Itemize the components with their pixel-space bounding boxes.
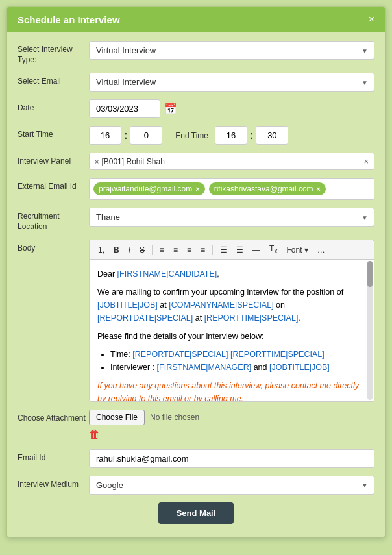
date-wrap: 📅 (89, 99, 374, 118)
date-row: Date 📅 (18, 99, 374, 118)
date-input[interactable] (89, 99, 160, 118)
toolbar-hr-btn[interactable]: — (249, 244, 263, 256)
panel-tag: × [B001] Rohit Shah (95, 157, 165, 166)
panel-tag-label: [B001] Rohit Shah (101, 157, 164, 166)
toolbar-divider-2 (212, 245, 213, 255)
interview-type-row: Select Interview Type: Virtual Interview… (18, 41, 374, 65)
email-tag-2-remove[interactable]: × (317, 185, 321, 193)
select-email-select[interactable]: Virtual Interview (89, 73, 374, 92)
modal-title: Schedule an Interview (18, 14, 120, 25)
toolbar-divider-1 (152, 245, 153, 255)
modal-body: Select Interview Type: Virtual Interview… (7, 32, 385, 537)
email-tag-1: prajwaitandule@gmail.com × (93, 182, 205, 195)
end-time-hour-input[interactable] (215, 126, 247, 145)
close-button[interactable]: × (369, 14, 374, 25)
body-line1: We are mailing to confirm your upcoming … (97, 286, 366, 325)
toolbar-more-btn[interactable]: … (314, 244, 328, 256)
schedule-interview-modal: Schedule an Interview × Select Interview… (6, 6, 386, 537)
time-row: Start Time : End Time : (18, 126, 374, 145)
toolbar-bold-btn[interactable]: B (110, 244, 123, 256)
recruitment-location-wrap: Thane (89, 208, 374, 227)
body-line2: Please find the details of your intervie… (97, 330, 366, 343)
scrollbar-track (367, 261, 373, 400)
body-list: Time: [REPORTDATE|SPECIAL] [REPORTTIME|S… (110, 348, 366, 374)
select-email-wrap: Virtual Interview (89, 73, 374, 92)
email-id-input[interactable] (89, 449, 374, 468)
toolbar-align-justify-btn[interactable]: ≡ (197, 244, 208, 256)
external-email-wrap: prajwaitandule@gmail.com × ritikashrivas… (89, 178, 374, 200)
select-email-label: Select Email (18, 73, 89, 87)
attachment-row: Choose Attachment Choose File No file ch… (18, 410, 374, 441)
toolbar-font-btn[interactable]: Font ▾ (283, 244, 311, 256)
recruitment-location-row: Recruitment Location Thane (18, 208, 374, 232)
email-tag-1-remove[interactable]: × (195, 185, 199, 193)
start-time-hour-input[interactable] (89, 126, 121, 145)
external-email-tags[interactable]: prajwaitandule@gmail.com × ritikashrivas… (89, 178, 374, 200)
interview-medium-select[interactable]: Google Zoom Teams Other (89, 476, 374, 495)
interview-medium-wrap: Google Zoom Teams Other (89, 476, 374, 495)
interview-panel-input[interactable]: × [B001] Rohit Shah × (89, 153, 374, 170)
panel-tag-remove[interactable]: × (95, 158, 99, 166)
email-id-label: Email Id (18, 449, 89, 463)
attachment-wrap: Choose File No file chosen (89, 410, 374, 425)
attachment-wrap-outer: Choose File No file chosen 🗑 (89, 410, 374, 441)
body-row: Body 1, B I S ≡ ≡ ≡ ≡ ☰ ☰ — Tx F (18, 240, 374, 401)
interview-panel-row: Interview Panel × [B001] Rohit Shah × (18, 153, 374, 170)
external-email-row: External Email Id prajwaitandule@gmail.c… (18, 178, 374, 200)
scrollbar-thumb[interactable] (367, 261, 373, 287)
panel-close-btn[interactable]: × (363, 156, 369, 166)
body-list-interviewer: Interviewer : [FIRSTNAME|MANAGER] and [J… (110, 361, 366, 374)
end-time-colon: : (250, 130, 253, 142)
body-orange-text: If you have any questions about this int… (97, 379, 366, 402)
select-email-row: Select Email Virtual Interview (18, 73, 374, 92)
send-mail-button[interactable]: Send Mail (158, 502, 234, 524)
body-greeting: Dear [FIRSTNAME|CANDIDATE], (97, 267, 366, 280)
toolbar-clear-btn[interactable]: Tx (266, 243, 280, 256)
toolbar-align-left-btn[interactable]: ≡ (156, 244, 167, 256)
toolbar-align-center-btn[interactable]: ≡ (170, 244, 181, 256)
start-time-label: Start Time (18, 126, 89, 140)
date-label: Date (18, 99, 89, 114)
interview-medium-label: Interview Medium (18, 476, 89, 490)
external-email-label: External Email Id (18, 178, 89, 192)
interview-type-label: Select Interview Type: (18, 41, 89, 65)
toolbar-italic-btn[interactable]: I (125, 244, 134, 256)
start-time-colon: : (124, 130, 127, 142)
email-tag-2: ritikashrivastava@gmail.com × (209, 182, 326, 195)
interview-medium-row: Interview Medium Google Zoom Teams Other (18, 476, 374, 495)
end-time-label: End Time (175, 131, 208, 140)
delete-attachment-icon[interactable]: 🗑 (89, 428, 374, 441)
toolbar-list2-btn[interactable]: ☰ (233, 244, 247, 256)
interview-type-select-wrap: Virtual Interview In-Person Interview Ph… (89, 41, 374, 60)
email-tag-2-text: ritikashrivastava@gmail.com (214, 184, 313, 193)
recruitment-location-label: Recruitment Location (18, 208, 89, 232)
interview-type-select[interactable]: Virtual Interview In-Person Interview Ph… (89, 41, 374, 60)
toolbar-strike-btn[interactable]: S (136, 244, 148, 256)
calendar-icon[interactable]: 📅 (164, 103, 177, 115)
body-wrap: 1, B I S ≡ ≡ ≡ ≡ ☰ ☰ — Tx Font ▾ … (89, 240, 374, 401)
email-tag-1-text: prajwaitandule@gmail.com (99, 184, 192, 193)
email-id-wrap (89, 449, 374, 468)
start-time-min-input[interactable] (130, 126, 162, 145)
toolbar-align-right-btn[interactable]: ≡ (184, 244, 195, 256)
body-toolbar: 1, B I S ≡ ≡ ≡ ≡ ☰ ☰ — Tx Font ▾ … (89, 240, 374, 258)
end-time-min-input[interactable] (256, 126, 288, 145)
interview-panel-wrap: × [B001] Rohit Shah × (89, 153, 374, 170)
body-label: Body (18, 240, 89, 254)
recruitment-location-select[interactable]: Thane (89, 208, 374, 227)
interview-panel-label: Interview Panel (18, 153, 89, 167)
email-id-row: Email Id (18, 449, 374, 468)
attachment-label: Choose Attachment (18, 410, 89, 424)
time-wrap: : End Time : (89, 126, 374, 145)
body-editor[interactable]: Dear [FIRSTNAME|CANDIDATE], We are maili… (89, 259, 374, 402)
no-file-text: No file chosen (150, 413, 199, 422)
choose-file-button[interactable]: Choose File (89, 410, 145, 425)
body-list-time: Time: [REPORTDATE|SPECIAL] [REPORTTIME|S… (110, 348, 366, 361)
toolbar-heading-btn[interactable]: 1, (95, 244, 108, 256)
modal-header: Schedule an Interview × (7, 7, 385, 32)
toolbar-list-btn[interactable]: ☰ (217, 244, 230, 256)
